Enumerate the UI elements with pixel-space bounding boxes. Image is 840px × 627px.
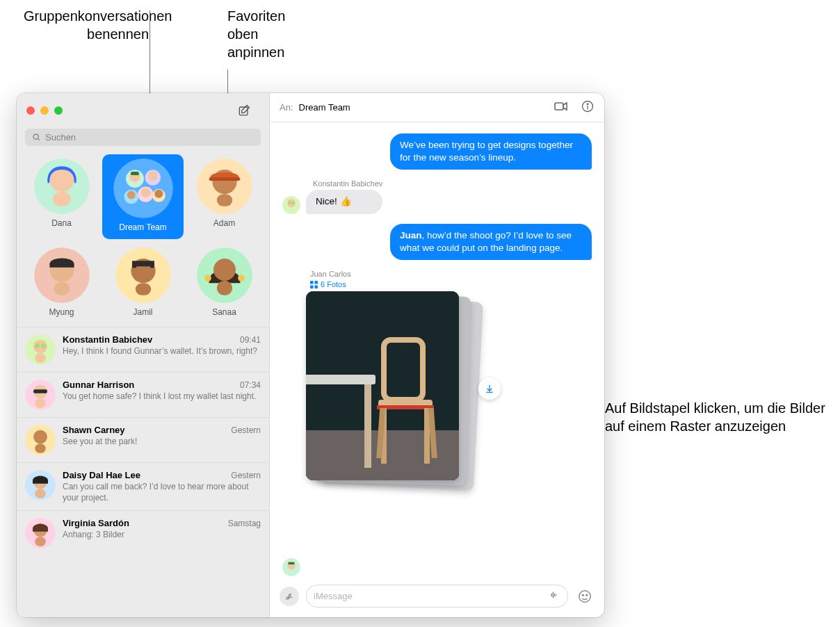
callout-image-stack: Auf Bildstapel klicken, um die Bilder au…	[605, 399, 827, 435]
conv-time: Samstag	[228, 519, 261, 528]
message-text: , how’d the shoot go? I’d love to see wh…	[400, 230, 572, 253]
svg-rect-43	[35, 444, 45, 453]
svg-point-14	[140, 188, 150, 197]
conv-time: 07:34	[240, 380, 261, 390]
svg-point-16	[154, 190, 163, 198]
svg-point-78	[586, 594, 588, 596]
svg-rect-63	[306, 375, 375, 384]
message-out: We’ve been trying to get designs togethe…	[282, 133, 592, 170]
svg-rect-49	[35, 537, 45, 546]
svg-point-1	[33, 134, 38, 139]
info-icon	[581, 99, 595, 113]
list-item[interactable]: Shawn CarneyGestern See you at the park!	[17, 418, 269, 463]
avatar	[34, 247, 90, 303]
minimize-window-button[interactable]	[40, 106, 49, 115]
pinned-dana[interactable]: Dana	[21, 154, 102, 239]
pin-label: Sanaa	[212, 307, 236, 317]
avatar	[25, 334, 56, 365]
conv-time: Gestern	[231, 471, 261, 480]
apps-button[interactable]	[280, 587, 299, 606]
pinned-sanaa[interactable]: Sanaa	[184, 243, 265, 324]
sender-avatar-bottom	[282, 558, 300, 576]
pinned-adam[interactable]: Adam	[184, 154, 265, 239]
compose-button[interactable]	[236, 102, 252, 119]
avatar	[34, 158, 90, 214]
pinned-dream-team[interactable]: Dream Team	[102, 154, 184, 239]
group-avatar	[113, 158, 173, 218]
fullscreen-window-button[interactable]	[54, 106, 63, 115]
memoji-icon	[34, 158, 90, 214]
smile-icon	[577, 589, 592, 604]
svg-point-30	[238, 275, 245, 282]
group-memoji-icon	[113, 158, 173, 218]
facetime-button[interactable]	[553, 98, 570, 117]
svg-rect-4	[53, 192, 71, 206]
avatar	[197, 158, 252, 214]
conv-name: Daisy Dal Hae Lee	[63, 470, 140, 480]
download-icon	[484, 383, 495, 394]
mention: Juan	[400, 230, 422, 241]
conv-time: 09:41	[240, 335, 261, 345]
pinned-jamil[interactable]: Jamil	[102, 243, 184, 324]
photo-stack-label[interactable]: 6 Fotos	[310, 280, 592, 288]
stage: Gruppenkonversationen benennen Favoriten…	[0, 0, 840, 627]
waveform-icon	[548, 589, 560, 601]
to-label: An:	[280, 102, 293, 113]
pinned-myung[interactable]: Myung	[21, 243, 102, 324]
to-field[interactable]: Dream Team	[299, 102, 350, 113]
photo-count-label: 6 Fotos	[321, 280, 346, 288]
message-bubble[interactable]: We’ve been trying to get designs togethe…	[390, 133, 592, 170]
conv-preview: You get home safe? I think I lost my wal…	[63, 391, 261, 402]
list-item[interactable]: Daisy Dal Hae LeeGestern Can you call me…	[17, 463, 269, 511]
svg-rect-57	[310, 281, 314, 284]
svg-point-52	[587, 104, 588, 105]
svg-rect-36	[35, 354, 45, 363]
pin-label: Dana	[51, 218, 72, 228]
svg-point-76	[579, 590, 591, 602]
svg-point-55	[288, 201, 291, 204]
pin-label: Dream Team	[119, 222, 166, 232]
avatar	[282, 196, 300, 214]
callout-name-groups: Gruppenkonversationen benennen	[24, 7, 149, 43]
emoji-button[interactable]	[575, 587, 595, 606]
list-item[interactable]: Gunnar Harrison07:34 You get home safe? …	[17, 373, 269, 418]
memoji-icon	[282, 558, 300, 576]
message-bubble[interactable]: Nice! 👍	[306, 190, 382, 213]
memoji-icon	[197, 158, 252, 214]
svg-rect-20	[216, 194, 232, 206]
conv-time: Gestern	[231, 425, 261, 435]
svg-point-10	[147, 171, 157, 181]
chat-pane: An: Dream Team We’ve been trying to get …	[270, 93, 604, 617]
dictation-button[interactable]	[548, 589, 560, 603]
close-window-button[interactable]	[26, 106, 35, 115]
conv-preview: See you at the park!	[63, 437, 261, 448]
appstore-icon	[284, 591, 295, 602]
conv-name: Konstantin Babichev	[63, 334, 152, 345]
message-input[interactable]: iMessage	[306, 585, 568, 608]
svg-point-77	[582, 594, 583, 596]
sidebar: Suchen Dana	[17, 93, 270, 617]
list-item[interactable]: Virginia SardónSamstag Anhang: 3 Bilder	[17, 511, 269, 555]
svg-point-29	[204, 275, 211, 282]
conv-preview: Hey, I think I found Gunnar’s wallet. It…	[63, 346, 261, 357]
search-input[interactable]: Suchen	[25, 129, 261, 146]
video-icon	[553, 98, 570, 115]
svg-point-56	[292, 201, 295, 204]
svg-rect-40	[35, 399, 45, 408]
svg-point-42	[33, 430, 47, 444]
grid-icon	[310, 281, 318, 288]
message-bubble[interactable]: Juan, how’d the shoot go? I’d love to se…	[390, 224, 592, 260]
download-button[interactable]	[478, 377, 501, 400]
search-icon	[32, 133, 41, 142]
details-button[interactable]	[581, 99, 595, 115]
list-item[interactable]: Konstantin Babichev09:41 Hey, I think I …	[17, 327, 269, 373]
svg-rect-60	[314, 285, 318, 288]
memoji-icon	[34, 247, 90, 303]
photo-stack[interactable]	[306, 291, 473, 490]
svg-rect-31	[216, 281, 232, 295]
input-placeholder: iMessage	[314, 591, 353, 601]
svg-rect-59	[310, 285, 314, 288]
conv-name: Shawn Carney	[63, 425, 125, 435]
avatar	[197, 247, 252, 303]
photo-thumb	[306, 291, 459, 480]
